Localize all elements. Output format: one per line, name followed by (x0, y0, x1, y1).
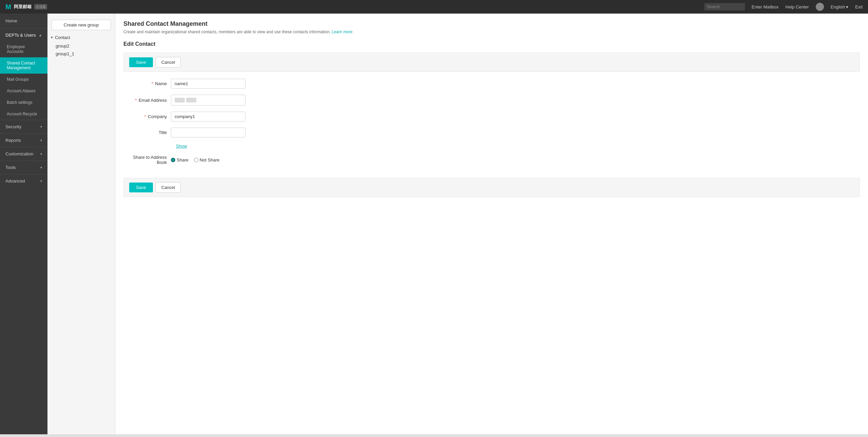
sidebar-item-advanced[interactable]: Advanced ▾ (0, 174, 47, 188)
sidebar: Home DEPTs & Users ▲ Employee Accounts S… (0, 14, 47, 434)
bottom-save-button[interactable]: Save (129, 183, 153, 192)
security-label: Security (5, 124, 21, 129)
enter-mailbox-link[interactable]: Enter Mailbox (752, 4, 778, 10)
tree-expand-icon: ▼ (50, 36, 54, 39)
tools-label: Tools (5, 165, 16, 170)
sidebar-item-home[interactable]: Home (0, 14, 47, 28)
tree-root-label: Contact (55, 35, 70, 40)
form-row-company: * Company (123, 112, 361, 121)
email-label-text: Email Address (139, 98, 167, 103)
company-label: * Company (123, 114, 171, 119)
chevron-right-icon-4: ▾ (40, 166, 42, 169)
top-header: M 阿里邮箱 企业版 Enter Mailbox Help Center Eng… (0, 0, 868, 14)
chevron-up-icon: ▲ (39, 33, 42, 37)
email-blur-1 (175, 98, 185, 102)
sidebar-item-batch-settings[interactable]: Batch settings (0, 97, 47, 108)
tree-node-group2[interactable]: group2 (53, 42, 115, 50)
name-label-text: Name (155, 81, 167, 86)
tree-root[interactable]: ▼ Contact (47, 33, 115, 42)
sidebar-item-reports[interactable]: Reports ▾ (0, 133, 47, 147)
main-panel: Shared Contact Management Create and mai… (115, 14, 868, 434)
sidebar-item-employee-accounts[interactable]: Employee Accounts (0, 41, 47, 57)
sidebar-item-account-recycle[interactable]: Account Recycle (0, 108, 47, 120)
logo-text: 阿里邮箱 (14, 4, 32, 10)
required-star-company: * (144, 114, 146, 119)
sidebar-item-security[interactable]: Security ▾ (0, 120, 47, 133)
exit-button[interactable]: Exit (855, 4, 863, 10)
page-desc-text: Create and maintain organizational share… (123, 30, 331, 34)
sidebar-item-mail-groups[interactable]: Mail Groups (0, 74, 47, 85)
radio-not-share-input[interactable] (194, 158, 198, 162)
top-cancel-button[interactable]: Cancel (156, 57, 181, 68)
customization-label: Customization (5, 151, 33, 156)
share-label-text: Share to Address Book (133, 155, 167, 165)
chevron-right-icon-5: ▾ (40, 179, 42, 183)
email-blur-2 (186, 98, 196, 102)
radio-group-share: Share Not Share (171, 157, 219, 163)
chevron-right-icon-3: ▾ (40, 152, 42, 156)
bottom-scrollbar (0, 434, 868, 437)
bottom-cancel-button[interactable]: Cancel (156, 182, 181, 193)
radio-share-input[interactable] (171, 158, 175, 162)
top-save-button[interactable]: Save (129, 57, 153, 67)
sidebar-item-account-aliases[interactable]: Account Aliases (0, 85, 47, 97)
sidebar-section-depts-header[interactable]: DEPTs & Users ▲ (0, 28, 47, 41)
language-label: English (831, 4, 845, 10)
edit-form: * Name * Email Address (123, 72, 361, 178)
form-row-email: * Email Address (123, 95, 361, 106)
sidebar-section-depts: DEPTs & Users ▲ Employee Accounts Shared… (0, 28, 47, 120)
left-panel: Create new group ▼ Contact group2 group1… (47, 14, 115, 434)
advanced-label: Advanced (5, 178, 25, 184)
email-display[interactable] (171, 95, 245, 106)
bottom-action-bar: Save Cancel (123, 178, 860, 197)
share-label: Share to Address Book (123, 155, 171, 165)
form-row-title: Title (123, 128, 361, 137)
title-label-text: Title (159, 130, 167, 135)
required-star-name: * (152, 81, 153, 86)
chevron-right-icon: ▾ (40, 125, 42, 129)
show-link[interactable]: Show (176, 144, 361, 149)
title-label: Title (123, 130, 171, 135)
radio-share-label: Share (177, 157, 189, 163)
name-label: * Name (123, 81, 171, 86)
name-input[interactable] (171, 79, 245, 89)
tree-children: group2 group1_1 (47, 42, 115, 58)
main-layout: Home DEPTs & Users ▲ Employee Accounts S… (0, 14, 868, 434)
sidebar-section-label: DEPTs & Users (5, 33, 36, 38)
search-input[interactable] (704, 3, 745, 11)
logo-area: M 阿里邮箱 企业版 (5, 3, 47, 11)
required-star-email: * (135, 98, 137, 103)
content-area: Create new group ▼ Contact group2 group1… (47, 14, 868, 434)
radio-not-share[interactable]: Not Share (194, 157, 220, 163)
header-right: Enter Mailbox Help Center English ▾ Exit (704, 3, 863, 11)
reports-label: Reports (5, 138, 21, 143)
title-input[interactable] (171, 128, 245, 137)
logo-icon: M (5, 3, 11, 11)
radio-not-share-label: Not Share (200, 157, 220, 163)
create-group-button[interactable]: Create new group (52, 20, 111, 30)
form-row-name: * Name (123, 79, 361, 89)
tree-node-group1-1[interactable]: group1_1 (53, 50, 115, 58)
edit-section-title: Edit Contact (123, 41, 860, 47)
radio-share[interactable]: Share (171, 157, 189, 163)
language-selector[interactable]: English ▾ (831, 4, 849, 10)
logo-badge: 企业版 (34, 4, 47, 10)
email-label: * Email Address (123, 98, 171, 103)
page-desc: Create and maintain organizational share… (123, 30, 860, 34)
sidebar-item-customization[interactable]: Customization ▾ (0, 147, 47, 160)
learn-more-link[interactable]: Learn more (332, 30, 352, 34)
help-center-link[interactable]: Help Center (785, 4, 809, 10)
chevron-down-icon: ▾ (846, 4, 848, 10)
form-row-share: Share to Address Book Share Not Share (123, 155, 361, 165)
avatar (816, 3, 824, 11)
page-title: Shared Contact Management (123, 20, 860, 27)
company-label-text: Company (148, 114, 167, 119)
sidebar-item-shared-contact[interactable]: Shared Contact Management (0, 57, 47, 74)
chevron-right-icon-2: ▾ (40, 138, 42, 142)
company-input[interactable] (171, 112, 245, 121)
sidebar-item-tools[interactable]: Tools ▾ (0, 160, 47, 174)
top-action-bar: Save Cancel (123, 53, 860, 72)
